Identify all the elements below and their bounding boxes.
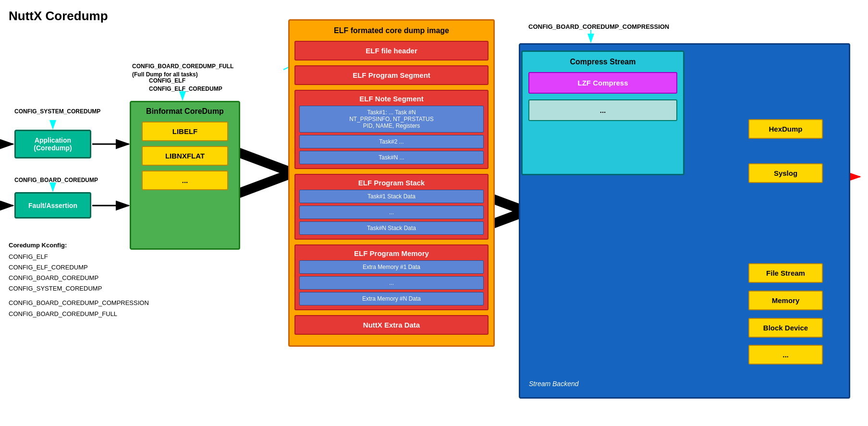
kconfig-title: Coredump Kconfig: — [9, 240, 149, 251]
config-elf-label: CONFIG_ELFCONFIG_ELF_COREDUMP — [149, 77, 222, 93]
elf-column: ELF formated core dump image ELF file he… — [288, 19, 495, 347]
page-title: NuttX Coredump — [9, 9, 108, 24]
elf-stack-task1: Task#1 Stack Data — [299, 190, 484, 203]
elf-note-taskn: Task#N ... — [299, 151, 484, 164]
config-board-coredump-label: CONFIG_BOARD_COREDUMP — [14, 177, 98, 183]
nuttx-extra-data: NuttX Extra Data — [294, 315, 489, 335]
stream-backend-label: Stream Backend — [529, 380, 579, 388]
elf-note-task2: Task#2 ... — [299, 135, 484, 148]
kconfig-item-3: CONFIG_SYSTEM_COREDUMP — [9, 283, 149, 294]
compress-stream-title: Compress Stream — [528, 58, 677, 66]
application-box: Application (Coredump) — [14, 130, 91, 158]
elf-program-memory-title: ELF Program Memory — [299, 249, 484, 257]
binformat-box: Binformat CoreDump LIBELF LIBNXFLAT ... — [130, 101, 240, 250]
output-ellipsis-box: ... — [748, 345, 823, 365]
kconfig-item-2: CONFIG_BOARD_COREDUMP — [9, 273, 149, 283]
lzf-compress-box: LZF Compress — [528, 72, 677, 94]
syslog-box: Syslog — [748, 163, 823, 183]
compress-stream-box: Compress Stream LZF Compress ... — [521, 50, 685, 175]
elf-program-segment: ELF Program Segment — [294, 65, 489, 85]
elf-note-segment-title: ELF Note Segment — [299, 95, 484, 103]
elf-program-stack-title: ELF Program Stack — [299, 179, 484, 187]
kconfig-item-0: CONFIG_ELF — [9, 252, 149, 262]
elf-program-memory-group: ELF Program Memory Extra Memory #1 Data … — [294, 244, 489, 310]
elf-stack-taskn: Task#N Stack Data — [299, 221, 484, 235]
elf-note-segment-group: ELF Note Segment Task#1: ... Task #N NT_… — [294, 90, 489, 169]
file-stream-box: File Stream — [748, 263, 823, 283]
fault-box: Fault/Assertion — [14, 192, 91, 219]
elf-file-header: ELF file header — [294, 41, 489, 61]
elf-note-task1: Task#1: ... Task #N NT_PRPSINFO, NT_PRST… — [299, 106, 484, 133]
libelf-box: LIBELF — [142, 122, 228, 141]
compress-ellipsis: ... — [528, 99, 677, 121]
kconfig-section: Coredump Kconfig: CONFIG_ELF CONFIG_ELF_… — [9, 240, 149, 319]
config-board-full-label: CONFIG_BOARD_COREDUMP_FULL(Full Dump for… — [132, 62, 233, 79]
config-system-coredump-label: CONFIG_SYSTEM_COREDUMP — [14, 108, 100, 115]
config-compression-label: CONFIG_BOARD_COREDUMP_COMPRESSION — [528, 23, 669, 30]
elf-stack-ellipsis: ... — [299, 206, 484, 219]
elf-memory-item1: Extra Memory #1 Data — [299, 260, 484, 274]
binformat-ellipsis: ... — [142, 170, 228, 190]
block-device-box: Block Device — [748, 318, 823, 338]
elf-memory-itemn: Extra Memory #N Data — [299, 292, 484, 305]
memory-box: Memory — [748, 291, 823, 310]
libnxflat-box: LIBNXFLAT — [142, 146, 228, 166]
elf-column-title: ELF formated core dump image — [294, 26, 489, 35]
elf-program-stack-group: ELF Program Stack Task#1 Stack Data ... … — [294, 174, 489, 240]
kconfig-item-1: CONFIG_ELF_COREDUMP — [9, 262, 149, 273]
kconfig-item-5: CONFIG_BOARD_COREDUMP_COMPRESSION — [9, 298, 149, 308]
elf-memory-ellipsis: ... — [299, 276, 484, 290]
diagram: NuttX Coredump CONFIG_SYSTEM_COREDUMP CO… — [0, 0, 868, 426]
binformat-title: Binformat CoreDump — [146, 107, 224, 116]
hexdump-box: HexDump — [748, 119, 823, 139]
kconfig-item-6: CONFIG_BOARD_COREDUMP_FULL — [9, 309, 149, 319]
